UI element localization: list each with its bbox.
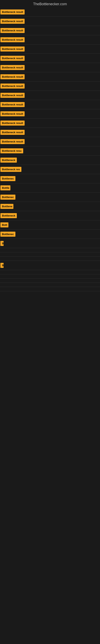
list-item: Bottleneck result bbox=[0, 36, 100, 44]
list-item: B bbox=[0, 261, 100, 270]
bottleneck-badge[interactable]: Bottleneck result bbox=[0, 10, 25, 14]
row-divider bbox=[0, 282, 100, 283]
list-item: Bottleneck result bbox=[0, 128, 100, 136]
bottleneck-badge[interactable]: Bottleneck result bbox=[0, 130, 25, 135]
row-divider bbox=[0, 109, 100, 109]
row-divider bbox=[0, 90, 100, 91]
bottleneck-badge[interactable]: B bbox=[0, 263, 3, 268]
list-item: Bottleneck resu bbox=[0, 147, 100, 155]
bottleneck-badge[interactable]: Bottleneck bbox=[0, 158, 17, 162]
bottleneck-badge[interactable]: B bbox=[0, 241, 3, 246]
bottleneck-badge[interactable]: Bottleneck result bbox=[0, 102, 25, 107]
row-divider bbox=[0, 146, 100, 146]
list-item bbox=[0, 257, 100, 260]
bottleneck-badge[interactable]: Bottlenec bbox=[0, 194, 15, 200]
row-divider bbox=[0, 278, 100, 278]
list-item: Bottleneck result bbox=[0, 119, 100, 127]
row-divider bbox=[0, 260, 100, 261]
bottleneck-badge[interactable]: Bottleneck result bbox=[0, 120, 25, 126]
list-item bbox=[0, 248, 100, 252]
list-item: Bottleneck result bbox=[0, 82, 100, 90]
row-divider bbox=[0, 164, 100, 165]
page-title: TheBottlenecker.com bbox=[0, 0, 100, 8]
list-item bbox=[0, 253, 100, 256]
bottleneck-badge[interactable]: Bottle bbox=[0, 185, 10, 190]
row-divider bbox=[0, 118, 100, 118]
list-item: Bottlenec bbox=[0, 174, 100, 183]
list-item: Bott bbox=[0, 221, 100, 229]
list-item: Bottleneck result bbox=[0, 8, 100, 16]
row-divider bbox=[0, 63, 100, 63]
list-item: Bottleneck result bbox=[0, 17, 100, 25]
list-item bbox=[0, 279, 100, 282]
row-divider bbox=[0, 100, 100, 100]
list-item: Bottleneck result bbox=[0, 26, 100, 34]
bottleneck-badge[interactable]: Bottleneck result bbox=[0, 139, 25, 144]
row-divider bbox=[0, 287, 100, 287]
list-item: B bbox=[0, 239, 100, 248]
bottleneck-badge[interactable]: Bottleneck result bbox=[0, 46, 25, 52]
list-item bbox=[0, 288, 100, 290]
list-item: Bottleneck res bbox=[0, 165, 100, 174]
row-divider bbox=[0, 291, 100, 291]
row-divider bbox=[0, 44, 100, 44]
bottleneck-badge[interactable]: Bottleneck result bbox=[0, 111, 25, 116]
list-item: Bottleneck result bbox=[0, 100, 100, 109]
list-item: Bottlenec bbox=[0, 193, 100, 201]
row-divider bbox=[0, 128, 100, 128]
list-item bbox=[0, 270, 100, 274]
row-divider bbox=[0, 239, 100, 239]
row-divider bbox=[0, 155, 100, 156]
bottleneck-badge[interactable]: Bottleneck result bbox=[0, 74, 25, 79]
list-item: Bottleneck result bbox=[0, 54, 100, 62]
list-item: Bottleneck result bbox=[0, 45, 100, 53]
list-item: Bottleneck result bbox=[0, 73, 100, 81]
bottleneck-badge[interactable]: Bottleneck bbox=[0, 213, 17, 218]
list-item: Bottlenec bbox=[0, 230, 100, 238]
bottleneck-badge[interactable]: Bottleneck result bbox=[0, 37, 25, 42]
row-divider bbox=[0, 274, 100, 274]
row-divider bbox=[0, 26, 100, 26]
bottleneck-badge[interactable]: Bottlene bbox=[0, 204, 13, 209]
list-item bbox=[0, 283, 100, 286]
row-divider bbox=[0, 72, 100, 72]
bottleneck-badge[interactable]: Bottleneck resu bbox=[0, 148, 23, 153]
bottleneck-badge[interactable]: Bottleneck result bbox=[0, 56, 25, 61]
list-item: Bottleneck bbox=[0, 212, 100, 220]
list-item: Bottleneck result bbox=[0, 64, 100, 72]
list-item: Bottleneck result bbox=[0, 110, 100, 118]
bottleneck-badge[interactable]: Bottleneck res bbox=[0, 167, 21, 172]
row-divider bbox=[0, 54, 100, 54]
row-divider bbox=[0, 35, 100, 35]
bottleneck-badge[interactable]: Bottleneck result bbox=[0, 84, 25, 88]
row-divider bbox=[0, 248, 100, 248]
row-divider bbox=[0, 137, 100, 137]
bottleneck-badge[interactable]: Bott bbox=[0, 222, 8, 228]
bottleneck-badge[interactable]: Bottleneck result bbox=[0, 93, 25, 98]
row-divider bbox=[0, 230, 100, 230]
bottleneck-badge[interactable]: Bottlenec bbox=[0, 232, 15, 237]
row-divider bbox=[0, 16, 100, 17]
list-item: Bottleneck result bbox=[0, 91, 100, 100]
list-item bbox=[0, 292, 100, 295]
bottleneck-badge[interactable]: Bottleneck result bbox=[0, 28, 25, 33]
row-divider bbox=[0, 81, 100, 82]
bottleneck-badge[interactable]: Bottleneck result bbox=[0, 65, 25, 70]
list-item bbox=[0, 275, 100, 278]
list-item: Bottlene bbox=[0, 202, 100, 210]
bottleneck-badge[interactable]: Bottlenec bbox=[0, 176, 15, 181]
list-item: Bottleneck result bbox=[0, 138, 100, 146]
list-item: Bottle bbox=[0, 184, 100, 192]
bottleneck-badge[interactable]: Bottleneck result bbox=[0, 19, 25, 24]
list-item: Bottleneck bbox=[0, 156, 100, 164]
